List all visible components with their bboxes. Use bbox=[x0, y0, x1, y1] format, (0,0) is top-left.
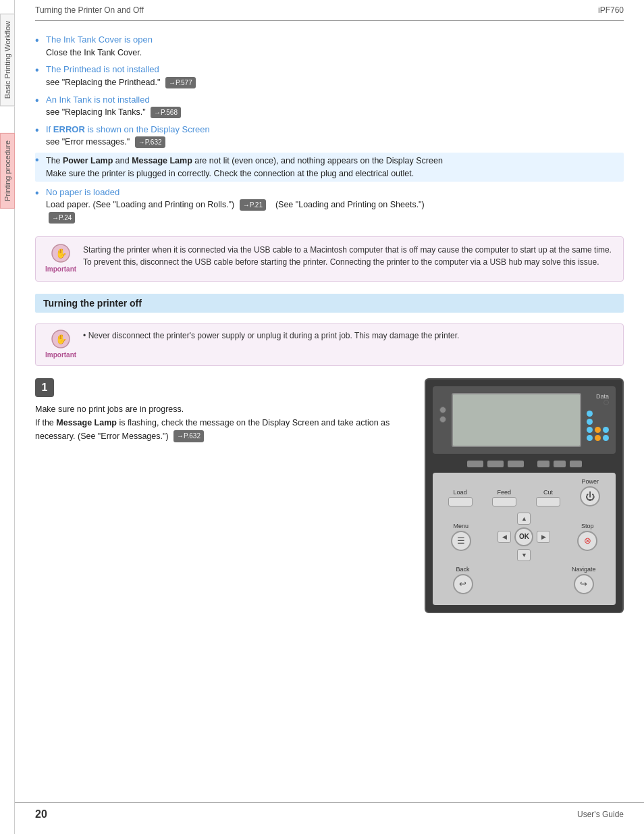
navigate-btn-group: Navigate ↪ bbox=[572, 566, 596, 594]
list-item: The Power Lamp and Message Lamp are not … bbox=[35, 153, 624, 182]
page-footer: 20 User's Guide bbox=[15, 802, 644, 826]
page-tag: →P.632 bbox=[173, 430, 204, 442]
panel-left-controls bbox=[439, 407, 446, 423]
mini-rect-6 bbox=[570, 461, 582, 467]
item-subtext: see "Replacing Ink Tanks." →P.568 bbox=[46, 106, 624, 119]
power-btn-group: Power ⏻ bbox=[580, 478, 600, 506]
main-content: Turning the Printer On and Off iPF760 Th… bbox=[15, 0, 644, 647]
item-title: No paper is loaded bbox=[46, 187, 119, 197]
cut-label: Cut bbox=[543, 489, 553, 496]
important-label-2: Important bbox=[45, 350, 76, 360]
light-blue-2 bbox=[587, 419, 593, 425]
mini-rect-5 bbox=[554, 461, 566, 467]
ok-button[interactable]: OK bbox=[514, 527, 533, 546]
panel-screen-area: Data bbox=[433, 386, 616, 454]
power-icon: ⏻ bbox=[585, 491, 595, 502]
list-item: No paper is loaded Load paper. (See "Loa… bbox=[35, 186, 624, 224]
panel-lights bbox=[587, 411, 609, 441]
list-item: If ERROR is shown on the Display Screen … bbox=[35, 123, 624, 149]
page-tag: →P.577 bbox=[165, 77, 196, 88]
panel-dot-2 bbox=[439, 416, 446, 423]
mini-rect-2 bbox=[487, 461, 504, 467]
nav-down-button[interactable]: ▼ bbox=[517, 549, 531, 561]
sidebar-tab-basic-printing[interactable]: Basic Printing Workflow bbox=[0, 14, 15, 106]
light-blue-6 bbox=[603, 435, 609, 441]
back-btn-group: Back ↩ bbox=[453, 566, 473, 594]
panel-dot-1 bbox=[439, 407, 446, 413]
page-tag: →P.568 bbox=[151, 107, 181, 118]
data-indicator: Data bbox=[596, 393, 609, 405]
feed-label: Feed bbox=[498, 489, 512, 496]
stop-btn-group: Stop ⊗ bbox=[577, 523, 597, 551]
item-title: The Power Lamp and Message Lamp are not … bbox=[46, 156, 443, 165]
printer-panel: Data bbox=[425, 378, 624, 613]
nav-up-button[interactable]: ▲ bbox=[517, 513, 531, 525]
hand-icon: ✋ bbox=[51, 244, 70, 263]
light-blue-5 bbox=[587, 435, 593, 441]
load-button[interactable] bbox=[448, 497, 473, 506]
page-header: Turning the Printer On and Off iPF760 bbox=[35, 0, 624, 21]
important-box-1: ✋ Important Starting the printer when it… bbox=[35, 236, 624, 282]
item-title: An Ink Tank is not installed bbox=[46, 95, 150, 105]
back-label: Back bbox=[456, 566, 470, 573]
header-left: Turning the Printer On and Off bbox=[35, 5, 144, 15]
btn-row-1: Load Feed Cut Power bbox=[438, 478, 610, 506]
important-text-2: • Never disconnect the printer's power s… bbox=[83, 330, 459, 342]
nav-left-button[interactable]: ◀ bbox=[498, 531, 511, 543]
menu-btn-group: Menu ☰ bbox=[451, 523, 471, 551]
bullet-list: The Ink Tank Cover is open Close the Ink… bbox=[35, 33, 624, 224]
nav-cluster: ▲ ◀ OK ▶ ▼ bbox=[496, 512, 552, 562]
svg-text:✋: ✋ bbox=[55, 334, 68, 345]
power-label: Power bbox=[582, 478, 599, 485]
step-number: 1 bbox=[35, 378, 54, 397]
page-tag: →P.24 bbox=[49, 212, 75, 224]
panel-bottom-row bbox=[433, 461, 616, 467]
page-tag: →P.632 bbox=[135, 136, 165, 148]
panel-right-area: Data bbox=[587, 393, 609, 441]
footer-right: User's Guide bbox=[577, 810, 624, 819]
list-item: An Ink Tank is not installed see "Replac… bbox=[35, 93, 624, 119]
data-label: Data bbox=[596, 393, 609, 400]
feed-button[interactable] bbox=[492, 497, 516, 506]
item-subtext: Load paper. (See "Loading and Printing o… bbox=[46, 199, 624, 224]
cut-button[interactable] bbox=[536, 497, 560, 506]
light-blue-1 bbox=[587, 411, 593, 417]
power-button[interactable]: ⏻ bbox=[580, 486, 600, 506]
light-row-1 bbox=[587, 427, 609, 433]
stop-label: Stop bbox=[581, 523, 594, 529]
load-btn-group: Load bbox=[448, 489, 473, 506]
light-blue-3 bbox=[587, 427, 593, 433]
btn-row-2: Menu ☰ ▲ ◀ OK bbox=[438, 512, 610, 562]
item-title: If ERROR is shown on the Display Screen bbox=[46, 124, 210, 134]
feed-btn-group: Feed bbox=[492, 489, 516, 506]
item-subtext: Make sure the printer is plugged in corr… bbox=[46, 167, 624, 180]
mini-rect-4 bbox=[537, 461, 549, 467]
item-title: The Ink Tank Cover is open bbox=[46, 34, 153, 45]
menu-label: Menu bbox=[454, 523, 469, 529]
nav-right-button[interactable]: ▶ bbox=[537, 531, 550, 543]
light-blue-4 bbox=[603, 427, 609, 433]
navigate-button[interactable]: ↪ bbox=[574, 574, 594, 594]
back-button[interactable]: ↩ bbox=[453, 574, 473, 594]
item-subtext: see "Replacing the Printhead." →P.577 bbox=[46, 76, 624, 89]
mini-rect-1 bbox=[467, 461, 483, 467]
stop-button[interactable]: ⊗ bbox=[577, 531, 597, 551]
item-subtext: Close the Ink Tank Cover. bbox=[46, 47, 624, 59]
sidebar-tab-printing-procedure[interactable]: Printing procedure bbox=[0, 133, 15, 209]
svg-text:✋: ✋ bbox=[55, 248, 68, 259]
menu-icon: ☰ bbox=[457, 536, 465, 546]
step-left: 1 Make sure no print jobs are in progres… bbox=[35, 378, 411, 613]
section-heading: Turning the printer off bbox=[35, 294, 624, 313]
item-subtext: see "Error messages." →P.632 bbox=[46, 136, 624, 149]
hand-icon-2: ✋ bbox=[51, 330, 70, 348]
panel-screen bbox=[452, 393, 581, 447]
menu-button[interactable]: ☰ bbox=[451, 531, 471, 551]
important-icon-2: ✋ Important bbox=[45, 330, 76, 360]
mini-rect-3 bbox=[508, 461, 524, 467]
sidebar: Basic Printing Workflow Printing procedu… bbox=[0, 0, 15, 834]
list-item: The Ink Tank Cover is open Close the Ink… bbox=[35, 33, 624, 59]
stop-navigate-group: Stop ⊗ bbox=[577, 523, 597, 551]
printer-panel-container: Data bbox=[425, 378, 624, 613]
light-orange-2 bbox=[595, 435, 601, 441]
light-row-2 bbox=[587, 435, 609, 441]
